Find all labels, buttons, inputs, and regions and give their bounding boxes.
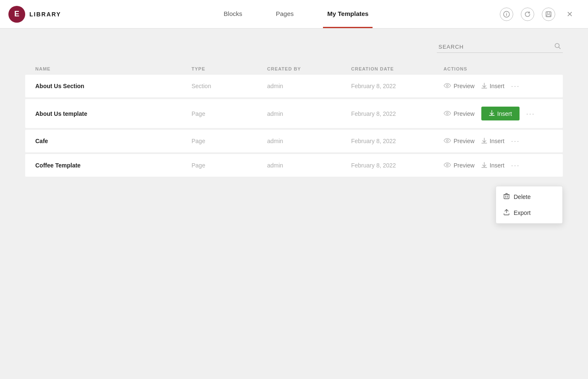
row-created-by: admin	[267, 138, 351, 144]
header-actions: ✕	[500, 8, 588, 21]
save-icon	[545, 11, 552, 18]
search-icon	[554, 43, 561, 51]
tab-pages[interactable]: Pages	[272, 0, 298, 28]
row-created-by: admin	[267, 83, 351, 89]
table-header: NAME TYPE CREATED BY CREATION DATE ACTIO…	[25, 63, 563, 75]
insert-active-button[interactable]: Insert	[481, 107, 520, 120]
insert-green-icon	[489, 110, 495, 117]
preview-button[interactable]: Preview	[444, 110, 475, 117]
tab-my-templates[interactable]: My Templates	[323, 0, 373, 28]
eye-icon	[444, 110, 451, 117]
svg-point-14	[446, 164, 448, 166]
svg-line-7	[559, 47, 561, 49]
svg-rect-16	[504, 195, 509, 199]
template-table: NAME TYPE CREATED BY CREATION DATE ACTIO…	[25, 63, 563, 177]
more-options-button[interactable]: ···	[511, 162, 520, 169]
info-icon	[503, 11, 510, 18]
table-row: Cafe Page admin February 8, 2022 Preview	[25, 130, 563, 152]
col-name: NAME	[35, 66, 192, 71]
dropdown-export[interactable]: Export	[496, 205, 562, 221]
row-date: February 8, 2022	[351, 138, 444, 144]
close-button[interactable]: ✕	[563, 8, 576, 21]
eye-icon	[444, 162, 451, 169]
tab-blocks[interactable]: Blocks	[220, 0, 247, 28]
row-date: February 8, 2022	[351, 162, 444, 169]
svg-rect-5	[547, 15, 550, 16]
row-actions: Preview Insert ···	[444, 82, 553, 90]
more-options-button[interactable]: ···	[511, 82, 520, 90]
svg-point-10	[446, 112, 448, 114]
row-template-name: Cafe	[35, 138, 192, 144]
preview-button[interactable]: Preview	[444, 83, 475, 89]
dropdown-export-label: Export	[514, 209, 530, 216]
col-creation-date: CREATION DATE	[351, 66, 444, 71]
refresh-button[interactable]	[521, 8, 534, 21]
library-title: LIBRARY	[29, 11, 61, 18]
row-template-name: About Us Section	[35, 83, 192, 89]
table-row: Coffee Template Page admin February 8, 2…	[25, 154, 563, 177]
col-actions: ACTIONS	[444, 66, 553, 71]
row-date: February 8, 2022	[351, 110, 444, 117]
info-button[interactable]	[500, 8, 513, 21]
refresh-icon	[524, 11, 531, 18]
preview-button[interactable]: Preview	[444, 138, 475, 144]
row-actions: Preview Insert ···	[444, 162, 553, 169]
table-row: About Us Section Section admin February …	[25, 75, 563, 97]
insert-button[interactable]: Insert	[481, 162, 504, 169]
svg-point-8	[446, 85, 448, 86]
preview-button[interactable]: Preview	[444, 162, 475, 169]
svg-point-12	[446, 140, 448, 141]
insert-icon	[481, 162, 487, 169]
col-type: TYPE	[192, 66, 267, 71]
header: E LIBRARY Blocks Pages My Templates	[0, 0, 588, 29]
more-options-button[interactable]: ···	[511, 137, 520, 145]
search-bar	[25, 41, 563, 53]
table-row: About Us template Page admin February 8,…	[25, 99, 563, 128]
row-type: Page	[192, 138, 267, 144]
delete-icon	[504, 193, 509, 201]
col-created-by: CREATED BY	[267, 66, 351, 71]
export-icon	[504, 209, 509, 217]
row-template-name: Coffee Template	[35, 162, 192, 169]
insert-button[interactable]: Insert	[481, 83, 504, 90]
eye-icon	[444, 83, 451, 89]
row-date: February 8, 2022	[351, 83, 444, 89]
row-type: Section	[192, 83, 267, 89]
content-area: NAME TYPE CREATED BY CREATION DATE ACTIO…	[0, 29, 588, 379]
dropdown-menu: Delete Export	[496, 186, 563, 224]
row-actions: Preview Insert ···	[444, 107, 553, 120]
more-options-button[interactable]: ···	[526, 110, 535, 118]
insert-button[interactable]: Insert	[481, 138, 504, 145]
search-wrapper	[437, 41, 563, 53]
dropdown-delete[interactable]: Delete	[496, 189, 562, 205]
search-input[interactable]	[437, 41, 563, 52]
insert-icon	[481, 83, 487, 90]
elementor-logo-icon: E	[8, 6, 25, 23]
eye-icon	[444, 138, 451, 144]
row-actions: Preview Insert ···	[444, 137, 553, 145]
row-created-by: admin	[267, 162, 351, 169]
save-button[interactable]	[542, 8, 555, 21]
row-template-name: About Us template	[35, 110, 192, 117]
dropdown-delete-label: Delete	[514, 193, 530, 200]
row-type: Page	[192, 162, 267, 169]
nav-tabs: Blocks Pages My Templates	[92, 0, 500, 28]
row-created-by: admin	[267, 110, 351, 117]
logo-area: E LIBRARY	[0, 6, 92, 23]
svg-point-2	[506, 13, 507, 13]
insert-icon	[481, 138, 487, 145]
row-type: Page	[192, 110, 267, 117]
